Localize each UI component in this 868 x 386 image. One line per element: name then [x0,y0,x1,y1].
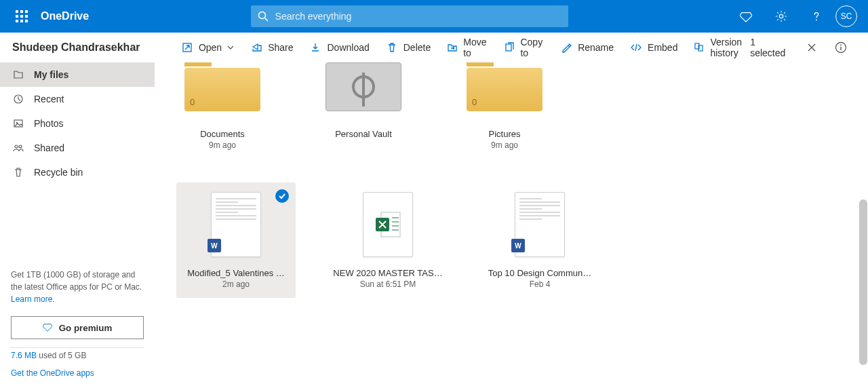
promo-text: Get 1TB (1000 GB) of storage and the lat… [11,270,142,292]
folder-date: 9m ago [209,140,236,150]
version-history-button[interactable]: Version history [687,33,750,62]
clear-selection-button[interactable] [801,37,823,58]
excel-thumbnail [363,192,413,257]
history-icon [694,41,705,54]
folder-name: Documents [200,129,245,139]
excel-icon [372,208,404,241]
file-name: Modified_5 Valentines … [187,268,285,278]
nav-label: Recent [34,94,64,104]
folder-name: Pictures [489,129,521,139]
command-bar: Shudeep Chandrasekhar Open Share Downloa… [0,33,868,62]
embed-label: Embed [648,42,677,53]
svg-point-9 [258,12,265,19]
nav-photos[interactable]: Photos [0,111,155,136]
account-avatar[interactable]: SC [835,5,857,27]
file-date: Feb 4 [530,279,551,289]
folder-count: 0 [190,97,195,107]
open-button[interactable]: Open [174,33,241,62]
selected-check-icon [275,189,289,203]
premium-diamond-button[interactable] [730,0,762,33]
download-button[interactable]: Download [302,33,376,62]
word-document-thumbnail: W [515,192,565,257]
search-wrap [89,5,730,27]
help-button[interactable] [800,0,833,33]
search-box[interactable] [251,5,568,27]
copy-to-button[interactable]: Copy to [497,33,551,62]
app-header: OneDrive SC [0,0,868,33]
svg-rect-6 [16,20,18,22]
app-launcher-button[interactable] [5,0,38,33]
file-tile-2[interactable]: W Top 10 Design Commun… Feb 4 [480,182,599,298]
trash-icon [12,166,24,178]
nav-label: My files [34,69,68,80]
svg-rect-1 [20,10,23,13]
folder-date: 9m ago [491,140,518,150]
folder-tile-personal-vault[interactable]: Personal Vault [317,62,410,150]
embed-button[interactable]: Embed [623,33,684,62]
nav-label: Recycle bin [34,167,83,178]
help-icon [810,10,823,22]
folders-row: 0 Documents 9m ago Personal Vault [176,62,846,150]
word-badge-icon: W [208,239,221,252]
search-input[interactable] [275,11,561,22]
search-icon [258,11,269,22]
move-icon [447,41,458,54]
file-tile-0[interactable]: W Modified_5 Valentines … 2m ago [176,182,296,298]
svg-line-10 [264,18,268,22]
move-to-button[interactable]: Move to [440,33,494,62]
go-premium-label: Go premium [59,323,113,333]
command-list: Open Share Download Delete Move to Copy … [174,33,750,62]
scrollbar[interactable] [859,199,867,365]
nav-list: My files Recent Photos Shared Recycle bi… [0,62,155,185]
file-grid: 0 Documents 9m ago Personal Vault [155,62,868,386]
storage-usage[interactable]: 7.6 MB used of 5 GB [0,348,155,366]
svg-rect-7 [20,20,23,22]
folder-tile-pictures[interactable]: 0 Pictures 9m ago [458,62,551,150]
word-document-thumbnail: W [211,192,261,257]
go-premium-button[interactable]: Go premium [11,316,144,339]
diamond-icon [740,10,752,22]
file-date: Sun at 6:51 PM [360,279,416,289]
details-pane-button[interactable] [831,37,852,58]
copy-icon [504,41,515,54]
vault-icon [326,62,401,111]
nav-label: Photos [34,118,64,129]
svg-point-23 [19,145,22,148]
get-apps-link[interactable]: Get the OneDrive apps [11,368,94,378]
share-button[interactable]: Share [243,33,300,62]
nav-recent[interactable]: Recent [0,87,155,111]
nav-shared[interactable]: Shared [0,136,155,160]
folder-icon [12,69,24,81]
nav-label: Shared [34,142,64,153]
file-tile-1[interactable]: NEW 2020 MASTER TAS… Sun at 6:51 PM [328,182,448,298]
files-row: W Modified_5 Valentines … 2m ago NEW 20 [176,182,846,298]
diamond-icon [43,322,52,334]
chevron-down-icon [227,44,234,51]
open-icon [181,41,193,54]
open-label: Open [199,42,222,53]
folder-tile-documents[interactable]: 0 Documents 9m ago [176,62,269,150]
file-date: 2m ago [222,279,250,289]
breadcrumb-owner: Shudeep Chandrasekhar [11,41,174,54]
selection-count: 1 selected [750,37,793,58]
embed-icon [630,41,642,54]
learn-more-link[interactable]: Learn more. [11,294,55,304]
get-apps: Get the OneDrive apps [0,366,155,386]
nav-recycle-bin[interactable]: Recycle bin [0,160,155,185]
rename-button[interactable]: Rename [553,33,620,62]
svg-rect-14 [506,44,511,51]
folder-count: 0 [472,97,477,107]
share-label: Share [268,42,293,53]
delete-button[interactable]: Delete [379,33,437,62]
delete-icon [386,41,398,54]
file-name: Top 10 Design Commun… [488,268,591,278]
storage-used: 7.6 MB [11,351,37,360]
folder-icon: 0 [184,62,260,111]
svg-rect-4 [20,15,23,18]
nav-my-files[interactable]: My files [0,62,155,87]
folder-icon: 0 [467,62,542,111]
settings-button[interactable] [765,0,797,33]
rename-label: Rename [578,42,614,53]
rename-icon [560,41,572,54]
command-bar-right: 1 selected [750,37,857,58]
